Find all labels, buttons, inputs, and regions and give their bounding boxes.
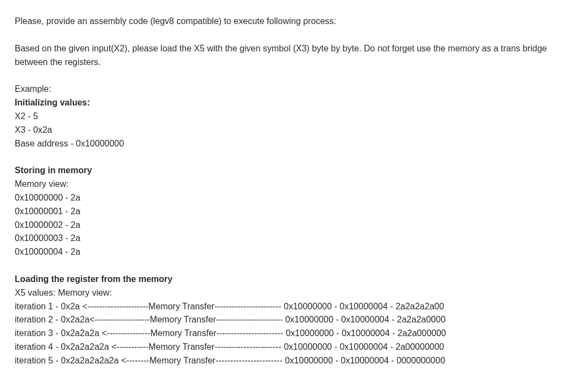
- memory-view-label: Memory view:: [15, 178, 573, 191]
- loading-heading: Loading the register from the memory: [15, 273, 573, 286]
- memory-line-4: 0x10000004 - 2a: [15, 245, 573, 259]
- task-description: Based on the given input(X2), please loa…: [15, 42, 573, 69]
- memory-line-0: 0x10000000 - 2a: [15, 191, 573, 205]
- iteration-1: iteration 1 - 0x2a <--------------------…: [15, 300, 573, 314]
- memory-line-1: 0x10000001 - 2a: [15, 205, 573, 219]
- iteration-4: iteration 4 - 0x2a2a2a2a <-----------Mem…: [15, 340, 573, 354]
- x5-values-label: X5 values: Memory view:: [15, 286, 573, 300]
- iteration-5: iteration 5 - 0x2a2a2a2a2a <--------Memo…: [15, 354, 573, 368]
- intro-text: Please, provide an assembly code (legv8 …: [15, 15, 573, 28]
- iteration-3: iteration 3 - 0x2a2a2a <---------------M…: [15, 327, 573, 340]
- storing-heading: Storing in memory: [15, 164, 573, 178]
- memory-line-3: 0x10000003 - 2a: [15, 232, 573, 245]
- init-heading: Initializing values:: [15, 96, 573, 110]
- example-label: Example:: [15, 83, 573, 96]
- init-base: Base address - 0x10000000: [15, 137, 573, 151]
- init-x2: X2 - 5: [15, 110, 573, 124]
- memory-line-2: 0x10000002 - 2a: [15, 219, 573, 232]
- init-x3: X3 - 0x2a: [15, 124, 573, 137]
- iteration-2: iteration 2 - 0x2a2a<-------------------…: [15, 313, 573, 327]
